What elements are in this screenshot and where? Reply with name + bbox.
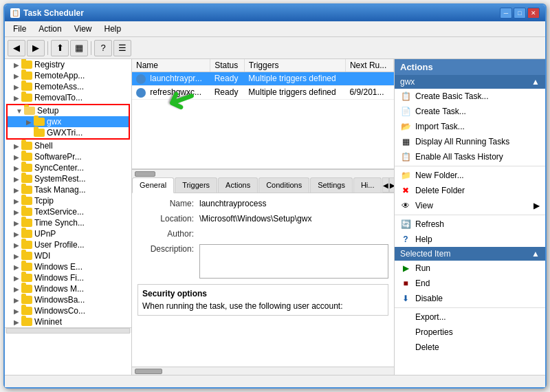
description-value[interactable] xyxy=(199,244,388,279)
action-run[interactable]: ▶ Run xyxy=(395,261,545,276)
tree-label: RemoteApp... xyxy=(34,71,85,80)
tree-label: Tcpip xyxy=(34,196,54,206)
action-refresh[interactable]: 🔄 Refresh xyxy=(395,217,545,232)
tree-item-shell[interactable]: ▶ Shell xyxy=(5,140,131,151)
tree-item-windowsco[interactable]: ▶ WindowsCo... xyxy=(5,305,131,316)
actions-group-gwx[interactable]: gwx ▲ xyxy=(395,75,545,89)
col-name[interactable]: Name xyxy=(132,59,210,72)
tree-item-taskmanag[interactable]: ▶ Task Manag... xyxy=(5,184,131,195)
tab-conditions[interactable]: Conditions xyxy=(258,177,309,193)
refresh-icon: 🔄 xyxy=(400,219,411,230)
maximize-button[interactable]: □ xyxy=(514,8,526,19)
folder-icon xyxy=(21,252,32,260)
tab-actions[interactable]: Actions xyxy=(218,177,258,193)
tree-item-systemrest[interactable]: ▶ SystemRest... xyxy=(5,173,131,184)
tree-toggle: ▶ xyxy=(12,219,21,227)
action-label: Disable xyxy=(415,294,443,303)
tree-item-windowsba[interactable]: ▶ WindowsBa... xyxy=(5,294,131,305)
detail-scrollbar[interactable] xyxy=(132,367,394,375)
tree-item-synccenter[interactable]: ▶ SyncCenter... xyxy=(5,162,131,173)
tab-history[interactable]: Hi... xyxy=(353,177,382,193)
tree-item-upnp[interactable]: ▶ UPnP xyxy=(5,228,131,239)
tree-item-registry[interactable]: ▶ Registry xyxy=(5,59,131,70)
tree-item-timesynch[interactable]: ▶ Time Synch... xyxy=(5,217,131,228)
tree-item-userprofile[interactable]: ▶ User Profile... xyxy=(5,239,131,250)
menu-file[interactable]: File xyxy=(8,23,32,35)
tab-general[interactable]: General xyxy=(132,177,174,193)
tree-toggle: ▶ xyxy=(24,118,34,126)
action-create-basic-task[interactable]: 📋 Create Basic Task... xyxy=(395,89,545,104)
action-import-task[interactable]: 📂 Import Task... xyxy=(395,119,545,134)
menu-view[interactable]: View xyxy=(69,23,98,35)
action-label: Delete Folder xyxy=(415,186,465,195)
task-list-scrollbar[interactable] xyxy=(132,169,394,177)
tab-scroll-right[interactable]: ▶ xyxy=(389,177,394,193)
tree-item-windowse[interactable]: ▶ Windows E... xyxy=(5,261,131,272)
export-action-icon xyxy=(400,312,411,323)
tree-item-gwx[interactable]: ▶ gwx xyxy=(8,116,129,127)
tree-item-removalto[interactable]: ▶ RemovalTo... xyxy=(5,92,131,103)
actions-pane: Actions gwx ▲ 📋 Create Basic Task... 📄 C… xyxy=(394,59,545,375)
action-export[interactable]: Export... xyxy=(395,309,545,325)
tree-item-remoteapp[interactable]: ▶ RemoteApp... xyxy=(5,70,131,81)
view-button[interactable]: ▦ xyxy=(70,40,88,56)
tree-label: Registry xyxy=(34,60,65,69)
folder-icon xyxy=(21,263,32,271)
task-list[interactable]: Name Status Triggers Next Ru... launchtr… xyxy=(132,59,394,169)
minimize-button[interactable]: ─ xyxy=(500,8,512,19)
forward-button[interactable]: ▶ xyxy=(27,40,45,56)
help-button[interactable]: ? xyxy=(94,40,112,56)
tree-label: RemovalTo... xyxy=(34,93,82,102)
action-create-task[interactable]: 📄 Create Task... xyxy=(395,104,545,119)
table-row[interactable]: launchtraypr... Ready Multiple triggers … xyxy=(132,72,394,86)
action-delete-folder[interactable]: ✖ Delete Folder xyxy=(395,183,545,198)
actions-group-selected[interactable]: Selected Item ▲ xyxy=(395,247,545,261)
tree-label: SyncCenter... xyxy=(34,163,84,173)
table-row[interactable]: refreshgwxc... Ready Multiple triggers d… xyxy=(132,85,394,99)
tree-item-setup[interactable]: ▼ Setup xyxy=(8,105,129,116)
tab-triggers[interactable]: Triggers xyxy=(175,177,217,193)
action-delete[interactable]: Delete xyxy=(395,340,545,355)
tree-item-windowsm[interactable]: ▶ Windows M... xyxy=(5,283,131,294)
delete-folder-icon: ✖ xyxy=(400,185,411,196)
close-button[interactable]: ✕ xyxy=(527,8,540,19)
menu-action[interactable]: Action xyxy=(33,23,67,35)
help-icon: ? xyxy=(400,234,411,245)
tree-item-wdi[interactable]: ▶ WDI xyxy=(5,250,131,261)
up-button[interactable]: ⬆ xyxy=(51,40,69,56)
action-new-folder[interactable]: 📁 New Folder... xyxy=(395,168,545,183)
display-running-icon: ▦ xyxy=(400,136,411,147)
col-nextrun[interactable]: Next Ru... xyxy=(345,59,393,72)
action-properties[interactable]: Properties xyxy=(395,325,545,340)
action-help[interactable]: ? Help xyxy=(395,232,545,247)
action-end[interactable]: ■ End xyxy=(395,276,545,291)
tree-label: WindowsCo... xyxy=(34,306,85,316)
action-divider-3 xyxy=(395,307,545,308)
tab-settings[interactable]: Settings xyxy=(310,177,353,193)
tree-item-windowsfi[interactable]: ▶ Windows Fi... xyxy=(5,272,131,283)
location-label: Location: xyxy=(138,214,199,224)
actions-group-gwx-label: gwx xyxy=(400,77,415,87)
tree-item-softwarepr[interactable]: ▶ SoftwarePr... xyxy=(5,151,131,162)
action-display-running[interactable]: ▦ Display All Running Tasks xyxy=(395,134,545,149)
action-view[interactable]: 👁 View ▶ xyxy=(395,198,545,213)
detail-tabs: General Triggers Actions Conditions Sett… xyxy=(132,177,394,193)
tree-label: Windows M... xyxy=(34,284,84,294)
location-value: \Microsoft\Windows\Setup\gwx xyxy=(199,214,388,224)
tree-item-textservice[interactable]: ▶ TextService... xyxy=(5,206,131,217)
tree-item-tcpip[interactable]: ▶ Tcpip xyxy=(5,195,131,206)
col-status[interactable]: Status xyxy=(210,59,245,72)
tree-item-gwxtri[interactable]: GWXTri... xyxy=(8,127,129,138)
tab-scroll-left[interactable]: ◀ xyxy=(382,177,389,193)
tree-label: Windows Fi... xyxy=(34,273,84,283)
export-button[interactable]: ☰ xyxy=(113,40,131,56)
back-button[interactable]: ◀ xyxy=(8,40,25,56)
menu-help[interactable]: Help xyxy=(99,23,127,35)
action-label: Run xyxy=(415,263,430,273)
action-disable[interactable]: ⬇ Disable xyxy=(395,291,545,306)
folder-icon xyxy=(21,142,32,150)
col-triggers[interactable]: Triggers xyxy=(244,59,345,72)
action-enable-history[interactable]: 📋 Enable All Tasks History xyxy=(395,149,545,164)
tree-item-remoteass[interactable]: ▶ RemoteAss... xyxy=(5,81,131,92)
tree-item-wininet[interactable]: ▶ Wininet xyxy=(5,316,131,327)
